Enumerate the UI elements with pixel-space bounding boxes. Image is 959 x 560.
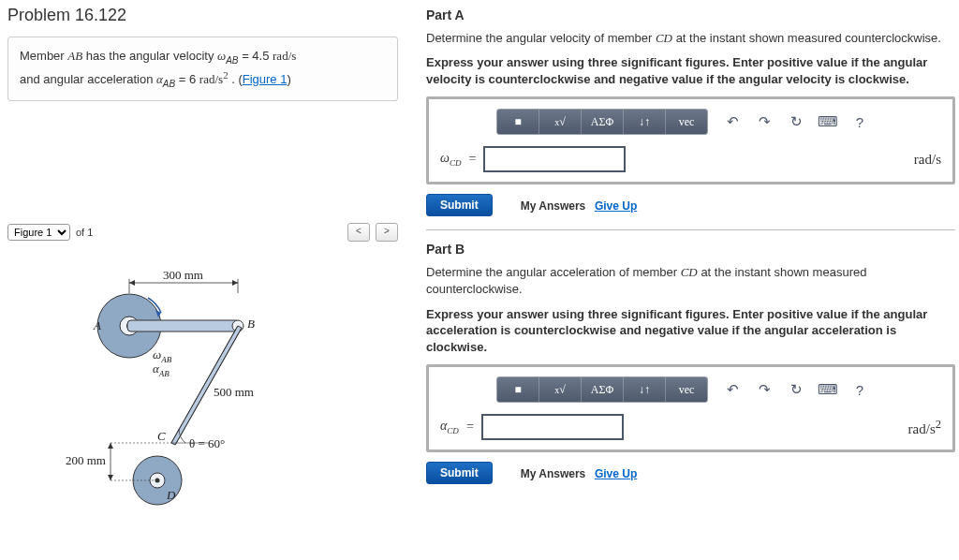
dim-bc: 500 mm xyxy=(214,385,254,399)
equals: = xyxy=(466,420,474,435)
variable-label: ωCD xyxy=(440,151,461,168)
answer-input[interactable] xyxy=(481,414,624,440)
text: and angular acceleration xyxy=(20,72,156,86)
toolbar: ■ x√ ΑΣΦ ↓↑ vec ↶ ↷ ↻ ⌨ ? xyxy=(496,376,941,403)
dim-ab: 300 mm xyxy=(163,268,203,282)
text: has the angular velocity xyxy=(82,49,217,63)
figure-prev-button[interactable]: < xyxy=(347,223,370,242)
part-a-prompt: Determine the angular velocity of member… xyxy=(426,30,955,47)
text: ) xyxy=(287,72,290,86)
text: ω xyxy=(217,49,226,63)
help-icon[interactable]: ? xyxy=(850,380,869,399)
text: Member xyxy=(20,49,67,63)
unit-label: rad/s xyxy=(914,152,941,168)
subscript-button[interactable]: ↓↑ xyxy=(624,377,666,402)
figure-next-button[interactable]: > xyxy=(376,223,398,242)
unit-label: rad/s2 xyxy=(908,418,941,437)
text: α xyxy=(156,72,163,86)
vector-button[interactable]: vec xyxy=(666,110,707,134)
greek-button[interactable]: ΑΣΦ xyxy=(582,110,624,134)
text: AB xyxy=(67,49,82,63)
undo-icon[interactable]: ↶ xyxy=(723,380,742,399)
redo-icon[interactable]: ↷ xyxy=(755,112,774,131)
svg-marker-19 xyxy=(108,443,113,449)
svg-marker-15 xyxy=(232,280,238,286)
text: rad/s xyxy=(273,49,296,63)
reset-icon[interactable]: ↻ xyxy=(787,380,805,399)
text: AB xyxy=(163,79,175,89)
label-b: B xyxy=(247,317,255,331)
equals: = xyxy=(468,152,476,167)
figure-select[interactable]: Figure 1 xyxy=(7,224,70,241)
text: = 4.5 xyxy=(239,49,273,63)
answer-input[interactable] xyxy=(483,146,626,172)
label-c: C xyxy=(157,429,166,443)
part-b-answer-widget: ■ x√ ΑΣΦ ↓↑ vec ↶ ↷ ↻ ⌨ ? αCD xyxy=(426,364,955,452)
svg-rect-3 xyxy=(127,320,240,332)
my-answers-label: My Answers xyxy=(521,467,586,480)
submit-button[interactable]: Submit xyxy=(426,194,493,216)
figure-navigator: Figure 1 of 1 < > xyxy=(7,223,398,242)
submit-button[interactable]: Submit xyxy=(426,462,493,484)
templates-button[interactable]: ■ xyxy=(497,377,539,402)
text: . ( xyxy=(229,72,243,86)
toolbar: ■ x√ ΑΣΦ ↓↑ vec ↶ ↷ ↻ ⌨ ? xyxy=(496,109,941,135)
keyboard-icon[interactable]: ⌨ xyxy=(819,112,837,131)
fraction-root-button[interactable]: x√ xyxy=(539,377,582,402)
keyboard-icon[interactable]: ⌨ xyxy=(819,380,837,399)
part-a-answer-widget: ■ x√ ΑΣΦ ↓↑ vec ↶ ↷ ↻ ⌨ ? ωCD xyxy=(426,96,955,184)
part-a-title: Part A xyxy=(426,7,955,22)
dim-theta: θ = 60° xyxy=(189,436,225,450)
figure-link[interactable]: Figure 1 xyxy=(243,72,288,86)
variable-label: αCD xyxy=(440,419,459,435)
dim-cd: 200 mm xyxy=(66,453,106,467)
templates-button[interactable]: ■ xyxy=(497,110,539,134)
give-up-link[interactable]: Give Up xyxy=(595,467,637,480)
part-a-instruction: Express your answer using three signific… xyxy=(426,54,955,87)
divider xyxy=(426,229,955,230)
text: = 6 xyxy=(175,72,199,86)
text: AB xyxy=(226,55,238,66)
text: rad/s xyxy=(199,72,223,86)
problem-statement: Member AB has the angular velocity ωAB =… xyxy=(7,37,398,101)
help-icon[interactable]: ? xyxy=(850,112,869,131)
part-b-title: Part B xyxy=(426,242,955,257)
figure-diagram: A B C D 300 mm 500 mm 200 mm θ = 60° ωAB… xyxy=(7,251,398,523)
reset-icon[interactable]: ↻ xyxy=(787,112,805,131)
subscript-button[interactable]: ↓↑ xyxy=(624,110,666,134)
svg-marker-14 xyxy=(129,280,135,286)
undo-icon[interactable]: ↶ xyxy=(723,112,742,131)
fraction-root-button[interactable]: x√ xyxy=(539,110,582,134)
part-b-prompt: Determine the angular acceleration of me… xyxy=(426,264,955,298)
give-up-link[interactable]: Give Up xyxy=(595,199,637,213)
my-answers-label: My Answers xyxy=(521,199,586,213)
svg-marker-20 xyxy=(108,475,113,480)
label-a: A xyxy=(93,318,101,332)
problem-title: Problem 16.122 xyxy=(7,6,398,25)
figure-count: of 1 xyxy=(76,227,93,238)
greek-button[interactable]: ΑΣΦ xyxy=(582,377,624,402)
redo-icon[interactable]: ↷ xyxy=(755,380,774,399)
label-d: D xyxy=(166,488,176,502)
vector-button[interactable]: vec xyxy=(666,377,707,402)
part-b-instruction: Express your answer using three signific… xyxy=(426,306,955,356)
